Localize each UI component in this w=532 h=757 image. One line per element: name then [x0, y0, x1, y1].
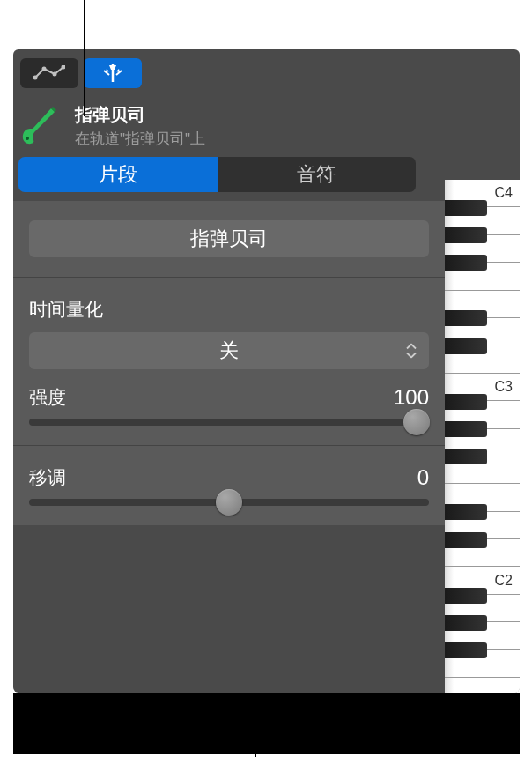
black-key[interactable]: [445, 642, 487, 658]
tab-segment[interactable]: 片段: [18, 157, 218, 192]
strength-label: 强度: [29, 385, 66, 410]
automation-button[interactable]: [20, 58, 78, 88]
transpose-row: 移调 0: [29, 465, 429, 490]
strength-slider[interactable]: [29, 419, 429, 426]
catch-playhead-button[interactable]: [84, 58, 142, 88]
black-key[interactable]: [445, 394, 487, 410]
black-key[interactable]: [445, 338, 487, 354]
transpose-section: 移调 0: [13, 446, 445, 525]
black-key[interactable]: [445, 615, 487, 631]
black-key[interactable]: [445, 532, 487, 548]
piano-keyboard[interactable]: C4 C3 C2: [445, 180, 520, 693]
svg-point-4: [26, 137, 29, 140]
callout-line-bottom: [255, 694, 256, 757]
chevron-updown-icon: [406, 344, 417, 359]
transpose-label: 移调: [29, 465, 66, 490]
instrument-icon: [13, 102, 64, 150]
quantize-value: 关: [219, 338, 239, 364]
quantize-section: 时间量化 关 强度 100: [13, 278, 445, 446]
quantize-label: 时间量化: [29, 297, 429, 322]
track-info: 指弹贝司 在轨道"指弹贝司"上: [75, 103, 205, 149]
black-key[interactable]: [445, 504, 487, 520]
callout-line-top: [84, 0, 85, 116]
automation-icon: [33, 65, 65, 81]
panel-content: 指弹贝司 时间量化 关 强度 100 移调 0: [13, 201, 445, 525]
black-key[interactable]: [445, 227, 487, 243]
track-title: 指弹贝司: [75, 103, 205, 127]
svg-point-1: [42, 67, 47, 71]
playhead-icon: [100, 63, 126, 84]
toolbar: [13, 49, 520, 97]
track-header: 指弹贝司 在轨道"指弹贝司"上: [13, 97, 520, 157]
black-key[interactable]: [445, 588, 487, 604]
svg-point-2: [53, 72, 57, 77]
track-subtitle: 在轨道"指弹贝司"上: [75, 129, 205, 149]
transpose-slider[interactable]: [29, 499, 429, 506]
strength-slider-thumb[interactable]: [403, 409, 430, 435]
editor-panel: 指弹贝司 在轨道"指弹贝司"上 片段 音符 指弹贝司 时间量化 关 强度 100: [13, 49, 520, 693]
region-name-section: 指弹贝司: [13, 201, 445, 278]
transpose-value: 0: [417, 465, 429, 490]
tabs: 片段 音符: [18, 157, 416, 192]
black-key[interactable]: [445, 200, 487, 216]
strength-value: 100: [394, 385, 429, 410]
black-key[interactable]: [445, 310, 487, 326]
strength-row: 强度 100: [29, 385, 429, 410]
black-key[interactable]: [445, 255, 487, 271]
bottom-mask: [13, 693, 520, 754]
quantize-select[interactable]: 关: [29, 332, 429, 369]
note-label-c3: C3: [495, 379, 513, 395]
note-label-c4: C4: [495, 185, 513, 201]
note-label-c2: C2: [495, 573, 513, 589]
tab-note[interactable]: 音符: [218, 157, 417, 192]
black-key[interactable]: [445, 449, 487, 464]
white-key[interactable]: [445, 678, 520, 693]
black-key[interactable]: [445, 421, 487, 437]
region-name-field[interactable]: 指弹贝司: [29, 220, 429, 257]
transpose-slider-thumb[interactable]: [216, 489, 242, 516]
